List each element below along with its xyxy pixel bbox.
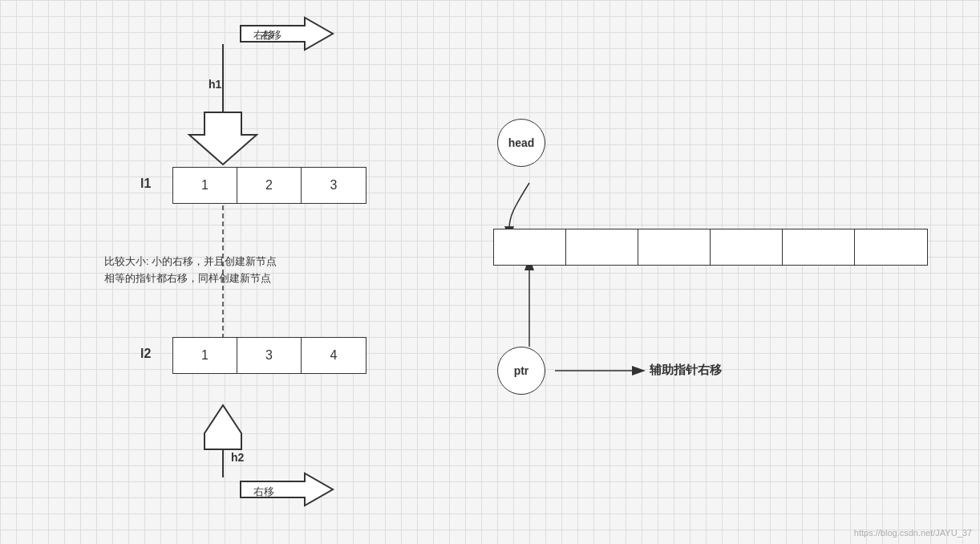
result-cell-1 bbox=[566, 229, 638, 265]
svg-marker-11 bbox=[632, 366, 646, 376]
head-circle: head bbox=[497, 119, 545, 167]
result-cell-2 bbox=[638, 229, 711, 265]
ptr-circle: ptr bbox=[497, 347, 545, 395]
ptr-annotation: 辅助指针右移 bbox=[650, 363, 722, 378]
right-move-bottom-label: 右移 bbox=[253, 485, 274, 499]
result-cell-3 bbox=[711, 229, 783, 265]
h2-label: h2 bbox=[231, 451, 245, 464]
l1-cell-1: 2 bbox=[237, 168, 302, 203]
result-cell-4 bbox=[783, 229, 855, 265]
l1-cell-0: 1 bbox=[173, 168, 237, 203]
result-array bbox=[493, 229, 928, 266]
result-cell-0 bbox=[494, 229, 566, 265]
l1-cell-2: 3 bbox=[302, 168, 366, 203]
svg-marker-4 bbox=[205, 405, 241, 449]
svg-marker-1 bbox=[189, 112, 257, 164]
watermark: https://blog.csdn.net/JAYU_37 bbox=[854, 528, 972, 538]
h1-label: h1 bbox=[209, 78, 222, 91]
l2-cell-0: 1 bbox=[173, 338, 237, 373]
result-cell-5 bbox=[855, 229, 927, 265]
l2-array: 1 3 4 bbox=[172, 337, 366, 374]
l2-cell-2: 4 bbox=[302, 338, 366, 373]
l2-label: l2 bbox=[140, 347, 151, 361]
l2-cell-1: 3 bbox=[237, 338, 302, 373]
l1-label: l1 bbox=[140, 177, 151, 191]
right-move-top-label: 右移 bbox=[253, 28, 274, 43]
annotation-text: 比较大小: 小的右移，并且创建新节点 相等的指针都右移，同样创建新节点 bbox=[104, 254, 277, 287]
l1-array: 1 2 3 bbox=[172, 167, 366, 204]
